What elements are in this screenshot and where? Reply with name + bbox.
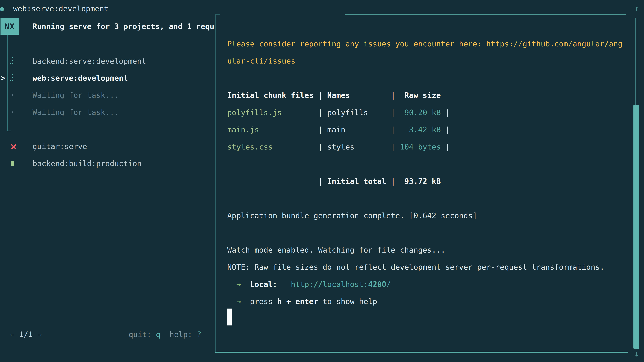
output-text: | [318,108,327,117]
task-label: Waiting for task... [32,108,119,117]
output-text: NOTE: Raw file sizes do not reflect deve… [227,263,604,272]
output-text: | [441,108,450,117]
table-total-row: | Initial total | 93.72 kB [227,173,441,190]
page-title: Running serve for 3 projects, and 1 requ [32,18,215,35]
output-pane-border-left [215,14,216,353]
output-text: Application bundle generation complete. … [227,211,477,220]
local-url-slash[interactable]: / [386,280,391,289]
local-url-port[interactable]: 4200 [368,280,386,289]
help-arrow-icon: → [236,297,241,306]
chunk-file-name: styles.css [227,142,318,151]
table-row: polyfills.js | polyfills | 90.20 kB | [227,104,450,121]
chunk-raw-size: 90.20 kB [400,108,441,117]
task-item[interactable]: Waiting for task... [0,104,215,121]
output-text [227,297,236,306]
output-text [277,280,291,289]
output-text: | [441,125,450,134]
local-url-link[interactable]: http://localhost: [291,280,368,289]
output-pane-border-bottom [215,352,628,353]
page-indicator [14,330,19,339]
output-text: | [391,125,400,134]
terminal-cursor [227,309,232,326]
table-header-row: Initial chunk files | Names | Raw size [227,87,441,104]
task-label: backend:serve:development [32,57,146,65]
task-item[interactable]: backend:serve:development [0,52,215,69]
shortcut-bar: quit: q help: ? [129,326,202,343]
scrollbar-thumb[interactable] [634,105,639,349]
output-line: Application bundle generation complete. … [227,207,477,224]
output-text: | [441,142,450,151]
pagination: ← 1/1 → [10,326,42,343]
chunk-file-name: polyfills.js [227,108,318,117]
output-line: NOTE: Raw file sizes do not reflect deve… [227,259,604,276]
task-item[interactable]: >web:serve:development [0,69,215,86]
chunk-raw-size: 104 bytes [400,142,441,151]
output-text: to show help [318,297,377,306]
quit-key: q [156,330,160,339]
task-item[interactable]: Waiting for task... [0,86,215,104]
output-line: Watch mode enabled. Watching for file ch… [227,241,445,258]
output-line: Please consider reporting any issues you… [227,35,622,52]
spinner-icon [10,56,16,66]
output-text [227,280,236,289]
help-key: ? [197,330,201,339]
chunk-name: main [327,125,391,134]
waiting-dot-icon [10,90,16,100]
running-status-dot-icon: ● [0,5,4,12]
scrollbar-down-arrow-icon[interactable]: ↓ [632,349,642,359]
output-text: | [391,142,400,151]
spinner-icon [10,73,16,83]
nx-tui-screen: NX Running serve for 3 projects, and 1 r… [0,0,644,362]
page-indicator-label: 1/1 [19,330,33,339]
output-line: ular-cli/issues [227,52,295,69]
output-text [241,280,250,289]
chunk-name: polyfills [327,108,391,117]
task-label: backend:build:production [32,159,142,168]
task-label: Waiting for task... [32,91,119,99]
output-text: Initial chunk files | Names | Raw size [227,91,441,100]
table-row: styles.css | styles | 104 bytes | [227,138,450,155]
chunk-name: styles [327,142,391,151]
task-item[interactable]: backend:build:production [0,155,215,172]
output-text: | [318,142,327,151]
output-line: → Local: http://localhost:4200/ [227,276,391,293]
output-text: Local: [250,280,277,289]
chunk-file-name: main.js [227,125,318,134]
output-text: | [318,125,327,134]
failed-cross-icon [10,141,16,151]
output-text: h + enter [277,297,318,306]
success-square-icon [10,158,16,168]
waiting-dot-icon [10,107,16,117]
help-label: help: [170,330,192,339]
nx-logo: NX [0,18,19,35]
table-row: main.js | main | 3.42 kB | [227,121,450,138]
scrollbar-up-arrow-icon[interactable]: ↑ [632,3,642,13]
selected-task-chevron-icon: > [1,73,6,82]
output-text: ular-cli/issues [227,56,295,65]
page-next-arrow[interactable]: → [38,330,42,339]
output-text: press [241,297,277,306]
page-prev-arrow[interactable]: ← [10,330,14,339]
output-text: | [391,108,400,117]
task-label: guitar:serve [32,142,87,151]
output-pane-title: web:serve:development [13,4,108,13]
chunk-raw-size: 3.42 kB [400,125,441,134]
output-pane-border-top [345,14,626,15]
local-arrow-icon: → [236,280,241,289]
task-item[interactable]: guitar:serve [0,138,215,155]
quit-label: quit: [129,330,151,339]
output-text: Please consider reporting any issues you… [227,39,622,48]
output-text: Watch mode enabled. Watching for file ch… [227,246,445,254]
output-text: | Initial total | 93.72 kB [227,177,441,186]
task-label: web:serve:development [32,73,128,82]
output-line: → press h + enter to show help [227,293,377,310]
